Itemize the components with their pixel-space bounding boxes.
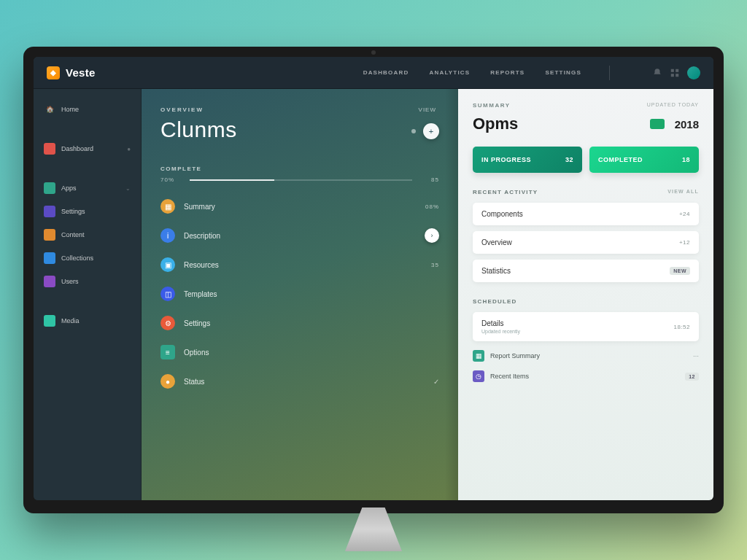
loose-label: Recent Items — [490, 373, 529, 380]
list-item[interactable]: ◫ Templates — [160, 287, 439, 301]
home-icon: 🏠 — [44, 104, 55, 115]
list-item[interactable]: ● Status ✓ — [160, 374, 439, 389]
list-value: 35 — [431, 262, 439, 268]
section-header: SCHEDULED — [473, 298, 699, 305]
section-label: COMPLETE — [160, 166, 439, 172]
sidebar-label: Apps — [61, 184, 77, 192]
grid-icon[interactable] — [670, 68, 680, 78]
list-item[interactable]: ▣ Resources 35 — [160, 257, 439, 272]
section-label: RECENT ACTIVITY — [473, 189, 538, 195]
svg-rect-1 — [676, 69, 678, 71]
users-icon — [44, 276, 55, 287]
sidebar-item-settings[interactable]: Settings — [39, 201, 135, 222]
list-item[interactable]: i Description › — [160, 228, 439, 243]
pill-row: IN PROGRESS 32 COMPLETED 18 — [473, 147, 699, 173]
more-icon[interactable]: ⋯ — [693, 353, 700, 359]
section-meta[interactable]: VIEW ALL — [667, 189, 699, 195]
list-value: 08% — [425, 203, 439, 210]
check-icon: ✓ — [433, 378, 439, 386]
bell-icon[interactable] — [652, 68, 662, 78]
panel-year: 2018 — [675, 118, 699, 131]
mid-list: ▦ Summary 08% i Description › ▣ Resource… — [160, 199, 439, 389]
media-icon — [44, 315, 55, 327]
pill-completed[interactable]: COMPLETED 18 — [589, 147, 699, 173]
sidebar-item-collections[interactable]: Collections — [39, 248, 135, 268]
list-item[interactable]: ≡ Options — [160, 345, 439, 359]
sidebar-label: Content — [61, 231, 85, 238]
card-value: 18:52 — [673, 324, 690, 330]
main-column: VIEW OVERVIEW Clunms + COMPLETE 70% 85 — [142, 89, 458, 500]
monitor-frame: ◆ Veste DASHBOARD ANALYTICS REPORTS SETT… — [23, 47, 724, 513]
pill-in-progress[interactable]: IN PROGRESS 32 — [473, 147, 582, 173]
progress-row: 70% 85 — [160, 176, 439, 183]
topnav-icons — [652, 66, 700, 79]
panel-meta: UPDATED TODAY — [647, 102, 699, 107]
nav-link[interactable]: SETTINGS — [545, 69, 581, 76]
status-badge — [650, 119, 665, 129]
sidebar-item-content[interactable]: Content — [39, 225, 135, 245]
pill-label: IN PROGRESS — [481, 156, 531, 163]
doc-icon: ▦ — [160, 199, 175, 214]
sidebar-label: Users — [61, 278, 79, 285]
sidebar-label: Settings — [61, 208, 85, 215]
card-item[interactable]: Statistics NEW — [473, 260, 699, 282]
progress-value: 85 — [431, 176, 439, 183]
avatar[interactable] — [687, 66, 700, 79]
monitor-stand — [326, 508, 421, 551]
chevron-down-icon: ⌄ — [125, 185, 131, 192]
card-badge: NEW — [670, 267, 690, 275]
section-header: RECENT ACTIVITY VIEW ALL — [473, 189, 699, 195]
sidebar: 🏠 Home Dashboard ● Apps ⌄ Settings — [34, 89, 142, 500]
sidebar-item-apps[interactable]: Apps ⌄ — [39, 178, 135, 198]
card-label: Components — [481, 210, 523, 218]
content-icon — [44, 229, 55, 241]
separator — [609, 66, 610, 80]
info-icon: i — [160, 228, 175, 243]
nav-link[interactable]: ANALYTICS — [429, 69, 470, 76]
sidebar-label: Dashboard — [61, 145, 93, 152]
count-badge: 12 — [685, 373, 699, 381]
list-label: Description — [184, 232, 220, 240]
sidebar-item-dashboard[interactable]: Dashboard ● — [39, 139, 135, 159]
list-label: Summary — [184, 203, 215, 211]
badge-icon: ● — [127, 146, 131, 152]
section-label: SCHEDULED — [473, 298, 517, 305]
add-button[interactable]: + — [423, 123, 439, 139]
svg-rect-2 — [671, 74, 674, 77]
brand[interactable]: ◆ Veste — [47, 66, 96, 79]
content: 🏠 Home Dashboard ● Apps ⌄ Settings — [34, 89, 713, 500]
list-label: Resources — [184, 261, 219, 269]
sidebar-label: Media — [61, 317, 80, 324]
card-sub: Updated recently — [481, 329, 520, 334]
list-label: Templates — [184, 290, 217, 298]
nav-link[interactable]: DASHBOARD — [363, 69, 409, 76]
progress-bar — [190, 179, 412, 181]
sidebar-item-home[interactable]: 🏠 Home — [39, 99, 135, 120]
svg-rect-0 — [671, 69, 674, 71]
sidebar-item-media[interactable]: Media — [39, 311, 135, 331]
status-icon: ● — [160, 374, 175, 389]
action-circle[interactable]: › — [425, 228, 439, 243]
gear-icon: ⚙ — [160, 316, 175, 330]
brand-icon: ◆ — [47, 66, 60, 79]
main-title: Clunms — [160, 117, 237, 142]
list-item[interactable]: ▦ Summary 08% — [160, 199, 439, 214]
brand-name: Veste — [66, 66, 96, 79]
nav-link[interactable]: REPORTS — [490, 69, 525, 76]
list-item[interactable]: ⚙ Settings — [160, 316, 439, 330]
card-value: +24 — [679, 211, 690, 217]
sidebar-item-users[interactable]: Users — [39, 271, 135, 292]
card-label: Overview — [481, 238, 512, 246]
card-item[interactable]: Details Updated recently 18:52 — [473, 312, 699, 341]
recent-icon: ◷ — [473, 370, 484, 382]
card-item[interactable]: Overview +12 — [473, 231, 699, 254]
report-icon: ▦ — [473, 350, 484, 362]
loose-item[interactable]: ▦ Report Summary ⋯ — [473, 350, 699, 362]
loose-item[interactable]: ◷ Recent Items 12 — [473, 370, 699, 382]
card-item[interactable]: Components +24 — [473, 203, 699, 225]
eyebrow: OVERVIEW — [160, 106, 439, 113]
card-value: +12 — [679, 239, 690, 246]
folder-icon: ▣ — [160, 257, 175, 272]
camera-dot — [371, 50, 376, 55]
pill-value: 18 — [682, 156, 690, 163]
